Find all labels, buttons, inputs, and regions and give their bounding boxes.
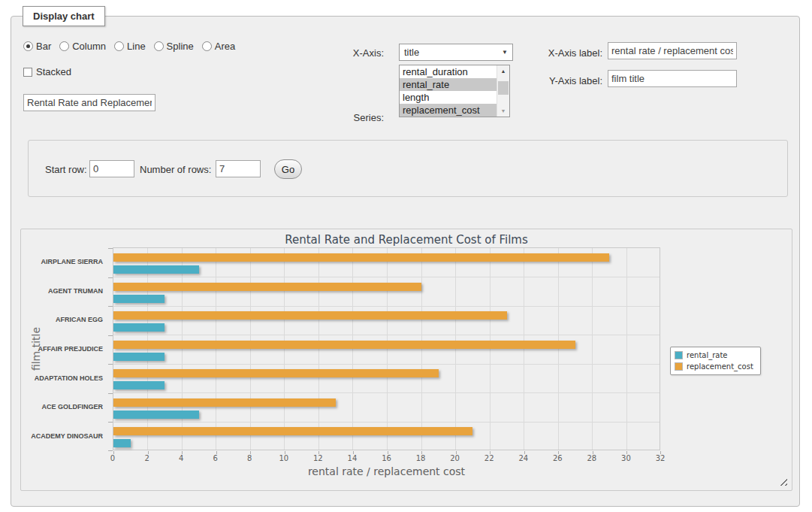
radio-icon[interactable] xyxy=(154,41,164,51)
category-labels: AIRPLANE SIERRAAGENT TRUMANAFRICAN EGGAF… xyxy=(21,247,107,450)
category-label: AFFAIR PREJUDICE xyxy=(21,335,107,364)
chart-type-option-bar[interactable]: Bar xyxy=(23,41,51,52)
radio-icon[interactable] xyxy=(59,41,69,51)
x-tick-label: 20 xyxy=(450,454,460,462)
bar-replacement_cost[interactable] xyxy=(113,427,472,435)
legend-item-rental_rate[interactable]: rental_rate xyxy=(675,351,753,359)
category-label: ACE GOLDFINGER xyxy=(21,392,107,422)
y-tick-mark xyxy=(108,364,113,365)
x-tick-label: 8 xyxy=(247,454,252,462)
chart-type-option-area[interactable]: Area xyxy=(202,41,235,52)
number-of-rows-input[interactable] xyxy=(216,160,261,177)
grid-line-x xyxy=(284,248,285,450)
grid-line-y xyxy=(113,277,660,277)
grid-line-x xyxy=(147,248,148,450)
bar-replacement_cost[interactable] xyxy=(113,283,421,291)
x-tick-label: 16 xyxy=(382,454,391,462)
radio-icon[interactable] xyxy=(202,41,212,51)
chart-type-label: Spline xyxy=(167,41,194,52)
x-tick-label: 32 xyxy=(656,454,666,462)
series-option-rental_rate[interactable]: rental_rate xyxy=(400,78,497,91)
bar-rental_rate[interactable] xyxy=(113,381,165,389)
series-listbox-items: rental_durationrental_ratelengthreplacem… xyxy=(400,65,497,117)
x-tick-label: 26 xyxy=(553,454,563,462)
chart-type-option-column[interactable]: Column xyxy=(59,41,106,52)
x-axis-select-label: X-Axis: xyxy=(334,47,384,59)
legend-label: replacement_cost xyxy=(687,362,753,371)
grid-line-x xyxy=(524,248,524,450)
start-row-input[interactable] xyxy=(89,160,134,177)
category-label: AIRPLANE SIERRA xyxy=(21,247,107,277)
grid-line-y xyxy=(113,335,660,335)
legend-label: rental_rate xyxy=(687,351,728,359)
grid-line-x xyxy=(455,248,456,450)
y-tick-mark xyxy=(108,277,113,278)
bar-rental_rate[interactable] xyxy=(113,323,165,332)
x-tick-label: 10 xyxy=(279,454,288,462)
chart-type-option-spline[interactable]: Spline xyxy=(154,41,194,52)
y-tick-mark xyxy=(108,306,113,307)
stacked-checkbox[interactable] xyxy=(23,68,32,77)
display-chart-panel: Display chart BarColumnLineSplineArea St… xyxy=(11,16,800,507)
grid-line-x xyxy=(352,248,353,450)
radio-icon[interactable] xyxy=(114,41,124,51)
y-tick-mark xyxy=(108,248,113,249)
x-axis-selected-value: title xyxy=(404,47,419,58)
chart-type-label: Bar xyxy=(36,41,51,52)
start-row-label: Start row: xyxy=(45,164,87,175)
x-tick-label: 0 xyxy=(110,454,115,462)
grid-line-x xyxy=(250,248,251,450)
y-tick-mark xyxy=(108,422,113,423)
bar-rental_rate[interactable] xyxy=(113,353,165,361)
category-label: AGENT TRUMAN xyxy=(21,277,107,306)
bar-replacement_cost[interactable] xyxy=(113,253,609,262)
scrollbar-thumb[interactable] xyxy=(498,81,509,95)
bar-rental_rate[interactable] xyxy=(113,265,199,274)
resize-grip-icon[interactable] xyxy=(777,476,787,486)
x-axis-label-label: X-Axis label: xyxy=(537,47,602,59)
x-axis-select[interactable]: title ▼ xyxy=(399,44,513,61)
bar-replacement_cost[interactable] xyxy=(113,398,336,407)
stacked-label: Stacked xyxy=(36,66,71,77)
bar-replacement_cost[interactable] xyxy=(113,311,507,320)
legend-item-replacement_cost[interactable]: replacement_cost xyxy=(675,362,753,371)
panel-title: Display chart xyxy=(23,6,105,26)
scroll-down-icon[interactable]: ▼ xyxy=(497,105,509,117)
radio-icon[interactable] xyxy=(23,41,33,51)
series-option-replacement_cost[interactable]: replacement_cost xyxy=(400,104,497,117)
x-tick-label: 2 xyxy=(144,454,149,462)
row-range-panel: Start row: Number of rows: Go xyxy=(28,140,788,197)
grid-line-x xyxy=(216,248,216,450)
x-tick-label: 14 xyxy=(348,454,358,462)
grid-line-x xyxy=(490,248,491,450)
bar-replacement_cost[interactable] xyxy=(113,341,575,349)
grid-line-y xyxy=(113,392,660,393)
series-listbox[interactable]: rental_durationrental_ratelengthreplacem… xyxy=(399,65,510,117)
y-tick-mark xyxy=(108,335,113,336)
x-tick-label: 30 xyxy=(621,454,631,462)
scroll-up-icon[interactable]: ▲ xyxy=(497,65,509,77)
series-option-rental_duration[interactable]: rental_duration xyxy=(400,65,497,78)
bar-rental_rate[interactable] xyxy=(113,295,165,303)
go-button[interactable]: Go xyxy=(274,159,302,179)
series-option-length[interactable]: length xyxy=(400,91,497,104)
x-tick-label: 24 xyxy=(518,454,528,462)
x-axis-label-input[interactable] xyxy=(608,42,737,59)
stacked-option[interactable]: Stacked xyxy=(23,66,71,77)
category-label: ACADEMY DINOSAUR xyxy=(21,421,107,450)
chart-legend: rental_ratereplacement_cost xyxy=(670,347,761,375)
bar-rental_rate[interactable] xyxy=(113,411,199,419)
y-axis-label-label: Y-Axis label: xyxy=(537,75,602,86)
number-of-rows-label: Number of rows: xyxy=(140,164,211,175)
y-axis-label-input[interactable] xyxy=(608,70,737,87)
chart-type-option-line[interactable]: Line xyxy=(114,41,146,52)
bar-rental_rate[interactable] xyxy=(113,439,131,447)
series-scrollbar[interactable]: ▲ ▼ xyxy=(497,65,509,117)
x-tick-label: 6 xyxy=(213,454,218,462)
category-label: AFRICAN EGG xyxy=(21,305,107,335)
chart-type-label: Line xyxy=(127,41,146,52)
page: Display chart BarColumnLineSplineArea St… xyxy=(0,0,812,512)
chart-title-input[interactable] xyxy=(23,94,155,111)
category-label: ADAPTATION HOLES xyxy=(21,363,107,392)
bar-replacement_cost[interactable] xyxy=(113,369,439,377)
